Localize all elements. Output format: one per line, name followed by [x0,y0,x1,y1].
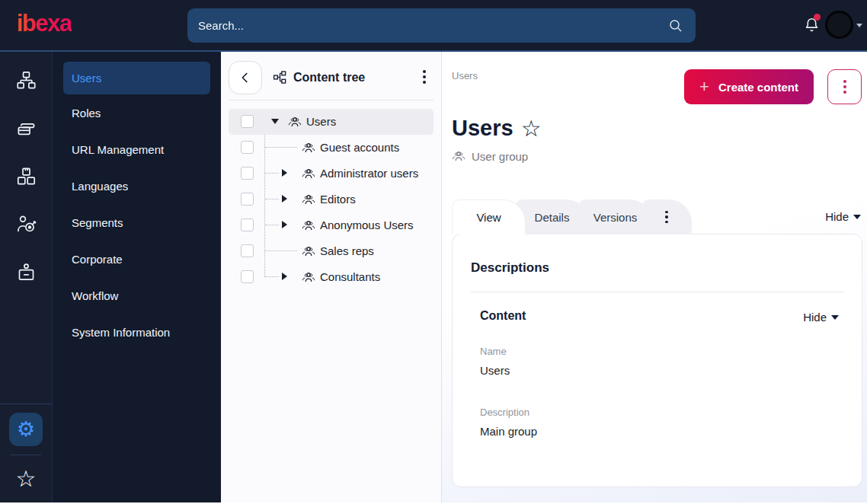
hide-section-toggle[interactable]: Hide [803,311,839,324]
icon-rail: ⚙ ☆ [0,52,53,502]
hide-tabs-toggle[interactable]: Hide [825,210,861,223]
tree-row-guest-accounts[interactable]: Guest accounts [229,135,434,161]
sidebar-item-corporate[interactable]: Corporate [53,241,221,277]
global-search[interactable] [187,8,696,43]
tree-row-administrator-users[interactable]: Administrator users [229,161,434,187]
user-group-icon [288,115,302,129]
checkbox[interactable] [241,193,254,206]
descriptions-card: Descriptions Content Hide Name Users Des… [452,234,862,487]
bookmarks-star-icon[interactable]: ☆ [16,467,37,490]
checkbox[interactable] [241,244,254,257]
caret-right-icon[interactable] [282,195,287,203]
content-tree-icon [273,70,287,85]
user-group-icon [302,167,315,180]
tab-versions[interactable]: Versions [578,199,652,234]
field-value-name: Users [480,364,510,377]
personalization-icon[interactable] [0,200,53,248]
sidebar-menu: Users Roles URL Management Languages Seg… [53,52,221,502]
breadcrumb[interactable]: Users [452,70,478,81]
content-tree-panel: Content tree Users [221,52,442,502]
field-label-description: Description [480,407,529,418]
user-group-icon [302,244,315,258]
tree-row-sales-reps[interactable]: Sales reps [229,238,434,264]
ibexa-logo[interactable]: ibexa [17,10,72,37]
sidebar-item-users[interactable]: Users [63,62,210,94]
card-heading: Descriptions [471,260,549,276]
admin-badge-icon[interactable] [0,248,53,296]
page-options-kebab-button[interactable] [827,69,862,104]
content-tabs: View Details Versions [452,199,681,236]
tree-options-kebab-icon[interactable] [423,70,426,84]
user-group-icon [302,270,315,284]
rail-divider [0,404,52,404]
main-content: Users + Create content Users ☆ User grou… [442,52,867,502]
caret-down-icon[interactable] [271,119,279,124]
sidebar-item-roles[interactable]: Roles [53,94,221,131]
user-group-icon [302,141,315,155]
caret-down-icon [853,215,861,219]
checkbox[interactable] [241,141,254,154]
user-avatar[interactable] [825,11,853,39]
collapse-tree-button[interactable] [229,61,262,94]
user-group-icon [452,149,465,163]
caret-down-icon [831,315,839,320]
tree-row-users[interactable]: Users [229,109,434,135]
caret-right-icon[interactable] [282,221,287,228]
page-title: Users [452,116,513,141]
content-type-subtitle: User group [452,149,528,163]
sidebar-item-url-management[interactable]: URL Management [53,131,221,167]
user-menu-caret-icon[interactable] [856,24,862,27]
favorite-star-icon[interactable]: ☆ [521,117,542,140]
search-input[interactable] [187,19,668,32]
tree-row-editors[interactable]: Editors [229,187,434,212]
field-label-name: Name [480,346,507,357]
modules-icon[interactable] [0,152,53,200]
card-divider [471,292,843,292]
tab-view[interactable]: View [452,199,526,234]
user-group-icon [302,193,315,206]
sitemap-icon[interactable] [0,56,53,104]
user-group-icon [302,219,315,232]
pages-icon[interactable] [0,104,53,152]
search-icon[interactable] [668,18,683,33]
checkbox[interactable] [241,270,254,283]
sidebar-item-system-information[interactable]: System Information [53,314,221,350]
tree-row-consultants[interactable]: Consultants [229,264,434,290]
checkbox[interactable] [241,167,254,180]
top-bar: ibexa [0,0,867,52]
tree-row-anonymous-users[interactable]: Anonymous Users [229,212,434,238]
rail-divider-short [11,455,41,455]
plus-icon: + [699,78,709,95]
content-tree-list: Users Guest accounts [229,109,434,290]
caret-right-icon[interactable] [282,273,287,280]
tab-details[interactable]: Details [515,199,589,234]
content-tree-title: Content tree [273,70,365,85]
create-content-button[interactable]: + Create content [684,69,814,104]
checkbox[interactable] [241,219,254,231]
caret-right-icon[interactable] [282,169,287,177]
kebab-icon [665,211,668,224]
settings-gear-icon[interactable]: ⚙ [9,413,43,446]
sidebar-item-languages[interactable]: Languages [53,167,221,204]
sidebar-item-segments[interactable]: Segments [53,204,221,241]
notification-dot [814,14,821,21]
sidebar-item-workflow[interactable]: Workflow [53,277,221,314]
content-section-title: Content [480,309,526,323]
checkbox[interactable] [241,115,254,128]
tree-divider [229,100,434,100]
field-value-description: Main group [480,425,537,438]
